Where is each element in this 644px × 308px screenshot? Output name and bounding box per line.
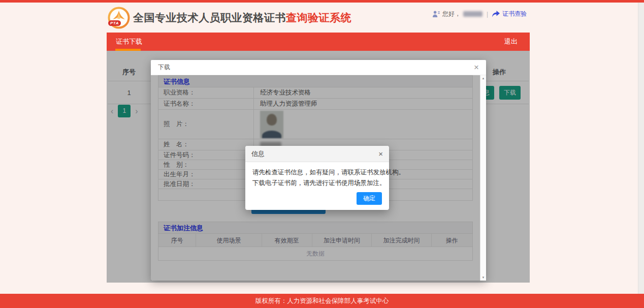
- confirm-button[interactable]: 确定: [357, 192, 382, 205]
- download-modal-title: 下载: [158, 63, 170, 72]
- redacted-username: [463, 11, 482, 17]
- info-dialog: 信息 × 请先检查证书信息，如有疑问，请联系证书发放机构。 下载电子证书前，请先…: [245, 146, 389, 210]
- brand: PTA 全国专业技术人员职业资格证书查询验证系统: [108, 7, 351, 29]
- modal-scrollbar[interactable]: ▲ ▼: [480, 75, 486, 281]
- info-dialog-close-icon[interactable]: ×: [378, 150, 383, 158]
- info-dialog-title: 信息: [251, 149, 265, 159]
- info-dialog-header: 信息 ×: [245, 146, 389, 162]
- download-modal-header: 下载 ×: [151, 60, 486, 75]
- page-container: PTA 全国专业技术人员职业资格证书查询验证系统 您好， | 证书查验 证书下载: [107, 3, 530, 283]
- tab-label: 证书下载: [116, 38, 142, 45]
- download-modal-close-icon[interactable]: ×: [474, 63, 479, 72]
- user-bar: 您好， | 证书查验: [433, 10, 527, 18]
- site-header: PTA 全国专业技术人员职业资格证书查询验证系统 您好， | 证书查验: [107, 3, 530, 33]
- info-dialog-body: 请先检查证书信息，如有疑问，请联系证书发放机构。 下载电子证书前，请先进行证书使…: [245, 162, 389, 189]
- footer: 版权所有：人力资源和社会保障部人事考试中心: [0, 294, 644, 308]
- greeting-text: 您好，: [442, 10, 461, 18]
- pta-logo-icon: PTA: [108, 7, 130, 29]
- logo-pta-badge: PTA: [108, 20, 121, 26]
- title-accent: 查询验证系统: [286, 12, 351, 23]
- share-arrow-icon: [492, 11, 500, 17]
- dialog-message-line1: 请先检查证书信息，如有疑问，请联系证书发放机构。: [252, 167, 382, 178]
- scroll-up-arrow-icon[interactable]: ▲: [480, 77, 486, 80]
- navbar: 证书下载 退出: [107, 33, 530, 51]
- page-title: 全国专业技术人员职业资格证书查询验证系统: [133, 11, 351, 25]
- tab-certificate-download[interactable]: 证书下载: [107, 33, 151, 51]
- dialog-message-line2: 下载电子证书前，请先进行证书使用场景加注。: [252, 178, 382, 189]
- user-icon: [433, 11, 440, 17]
- scroll-down-arrow-icon[interactable]: ▼: [480, 276, 486, 279]
- logout-button[interactable]: 退出: [504, 37, 518, 46]
- certificate-verify-link[interactable]: 证书查验: [502, 10, 527, 18]
- title-main: 全国专业技术人员职业资格证书: [133, 12, 286, 23]
- separator: |: [487, 11, 488, 18]
- copyright-text: 版权所有：人力资源和社会保障部人事考试中心: [255, 297, 389, 304]
- page-scrollbar[interactable]: [638, 3, 644, 294]
